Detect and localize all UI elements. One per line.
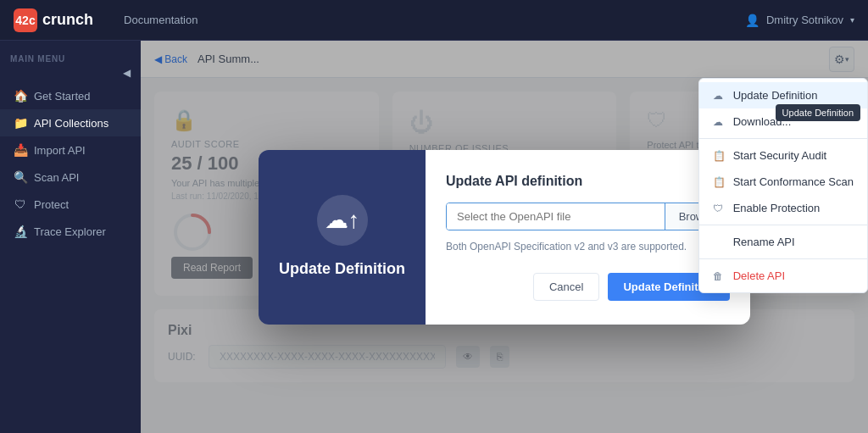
dropdown-item-label: Enable Protection [733, 202, 821, 214]
sidebar-item-protect[interactable]: 🛡 Protect [0, 191, 141, 218]
modal-title: Update API definition [446, 174, 730, 189]
dropdown-item-delete[interactable]: 🗑 Delete API [699, 263, 867, 289]
dropdown-item-enable-protection[interactable]: 🛡 Enable Protection [699, 195, 867, 221]
user-menu[interactable]: 👤 Dmitry Sotnikov ▾ [745, 14, 854, 27]
cancel-button[interactable]: Cancel [533, 273, 599, 301]
folder-icon: 📁 [14, 116, 27, 130]
sidebar-item-scan-api[interactable]: 🔍 Scan API [0, 164, 141, 191]
dropdown-divider-2 [699, 225, 867, 225]
dropdown-item-label: Update Definition [733, 89, 818, 102]
import-icon: 📥 [14, 143, 27, 157]
dropdown-item-rename[interactable]: Rename API [699, 229, 867, 255]
update-definition-modal: ☁↑ Update Definition Update API definiti… [259, 150, 750, 325]
chevron-down-icon: ▾ [850, 15, 854, 25]
scan-menu-icon: 📋 [713, 176, 726, 188]
dropdown-divider-3 [699, 258, 867, 259]
app-logo[interactable]: 42c crunch [14, 8, 93, 32]
modal-left-title: Update Definition [279, 259, 405, 279]
modal-left-panel: ☁↑ Update Definition [259, 150, 426, 325]
sidebar-item-api-collections[interactable]: 📁 API Collections [0, 109, 141, 136]
dropdown-tooltip: Update Definition [776, 104, 860, 121]
sidebar-item-trace-explorer[interactable]: 🔬 Trace Explorer [0, 218, 141, 245]
logo-icon: 42c [14, 8, 37, 32]
shield-menu-icon: 🛡 [713, 203, 726, 214]
file-input[interactable] [447, 203, 665, 230]
sidebar-item-get-started[interactable]: 🏠 Get Started [0, 82, 141, 109]
trace-icon: 🔬 [14, 225, 27, 238]
user-name: Dmitry Sotnikov [766, 14, 843, 26]
dropdown-divider-1 [699, 138, 867, 139]
sidebar: MAIN MENU ◀ 🏠 Get Started 📁 API Collecti… [0, 41, 141, 433]
sidebar-item-label: Scan API [34, 171, 79, 184]
upload-cloud-icon: ☁↑ [317, 195, 368, 246]
cloud-download-icon: ☁ [713, 116, 726, 128]
dropdown-item-conformance-scan[interactable]: 📋 Start Conformance Scan [699, 169, 867, 195]
sidebar-section-label: MAIN MENU [0, 47, 141, 67]
sidebar-item-import-api[interactable]: 📥 Import API [0, 136, 141, 164]
sidebar-item-label: Protect [34, 198, 69, 211]
main-content: ◀ Back API Summ... ⚙ ▾ 🔒 Audit score 25 … [141, 41, 868, 433]
sidebar-item-label: Get Started [34, 90, 90, 103]
file-input-row: Browse [446, 203, 730, 230]
dropdown-item-label: Start Conformance Scan [733, 175, 854, 188]
sidebar-item-label: Import API [34, 144, 86, 157]
shield-icon: 🛡 [14, 197, 27, 211]
modal-hint: Both OpenAPI Specification v2 and v3 are… [446, 241, 730, 253]
sidebar-item-label: API Collections [34, 117, 108, 130]
audit-icon: 📋 [713, 150, 726, 162]
sidebar-collapse-btn[interactable]: ◀ [123, 67, 131, 79]
scan-icon: 🔍 [14, 170, 27, 184]
cloud-upload-icon: ☁ [713, 90, 726, 102]
logo-text: crunch [42, 11, 93, 29]
modal-actions: Cancel Update Definition [446, 273, 730, 301]
documentation-link[interactable]: Documentation [114, 14, 208, 26]
dropdown-menu: Update Definition ☁ Update Definition ☁ … [698, 78, 868, 293]
main-layout: MAIN MENU ◀ 🏠 Get Started 📁 API Collecti… [0, 41, 868, 433]
dropdown-item-label: Rename API [733, 236, 795, 248]
sidebar-item-label: Trace Explorer [34, 225, 106, 238]
navbar: 42c crunch Documentation 👤 Dmitry Sotnik… [0, 0, 868, 41]
trash-icon: 🗑 [713, 270, 726, 282]
dropdown-item-label: Delete API [733, 269, 785, 282]
user-avatar: 👤 [745, 14, 760, 27]
home-icon: 🏠 [14, 89, 27, 103]
dropdown-item-security-audit[interactable]: 📋 Start Security Audit [699, 142, 867, 169]
dropdown-item-label: Start Security Audit [733, 149, 827, 162]
